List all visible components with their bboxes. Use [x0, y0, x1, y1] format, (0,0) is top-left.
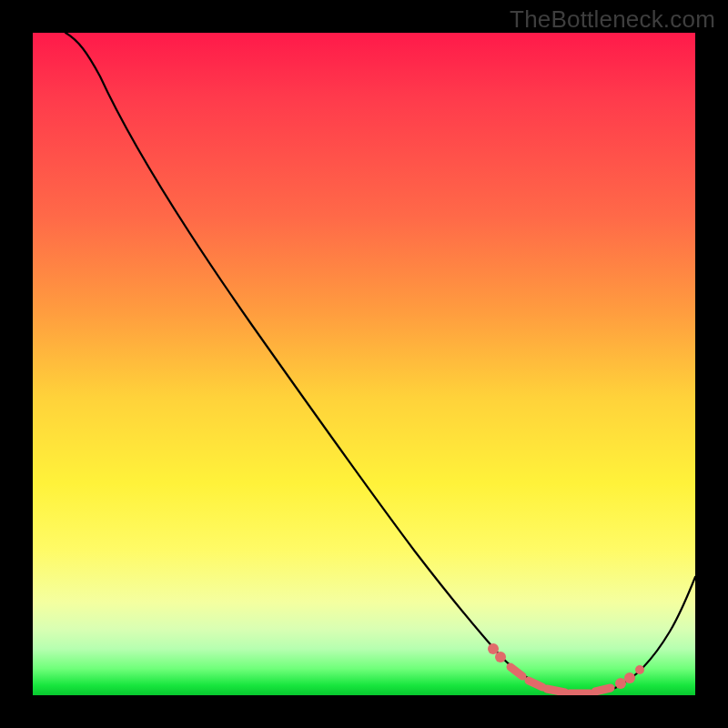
bottleneck-curve	[66, 33, 695, 694]
marker-seg	[547, 689, 565, 693]
marker-dot	[624, 672, 635, 683]
marker-dot	[615, 678, 626, 689]
chart-frame: TheBottleneck.com	[0, 0, 728, 728]
marker-seg	[511, 667, 522, 676]
plot-area	[33, 33, 695, 695]
watermark-text: TheBottleneck.com	[510, 5, 715, 34]
marker-seg	[529, 681, 542, 687]
curve-layer	[33, 33, 695, 695]
marker-dot	[635, 665, 644, 674]
marker-dot	[488, 643, 499, 654]
marker-dot	[495, 652, 506, 662]
optimal-markers	[488, 643, 644, 693]
marker-seg	[595, 688, 611, 692]
